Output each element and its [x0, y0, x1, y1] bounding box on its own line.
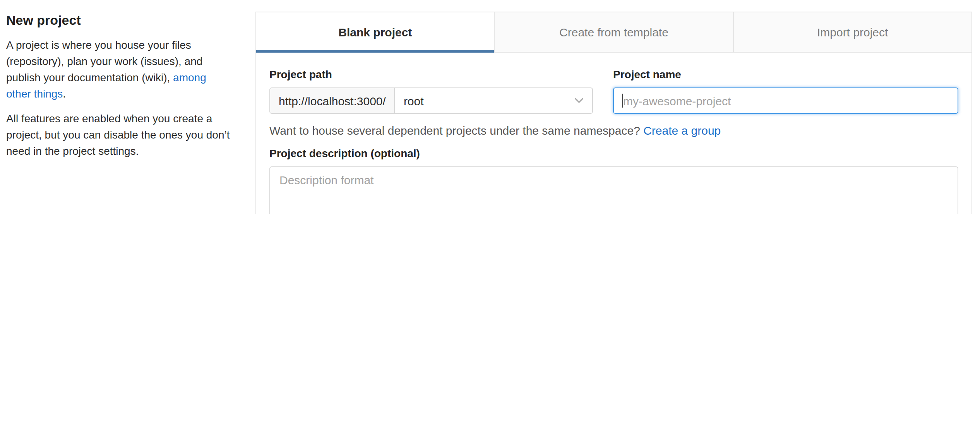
intro-text-period: .: [63, 87, 66, 100]
create-a-group-link[interactable]: Create a group: [643, 124, 721, 137]
tab-label: Create from template: [559, 26, 668, 39]
namespace-select[interactable]: root: [395, 88, 592, 113]
project-path-label: Project path: [269, 68, 593, 81]
page-title: New project: [6, 12, 231, 29]
new-project-panel: Blank project Create from template Impor…: [255, 12, 972, 214]
intro-paragraph: A project is where you house your files …: [6, 37, 231, 102]
project-description-label: Project description (optional): [269, 147, 958, 160]
project-name-input[interactable]: [613, 87, 958, 114]
features-note: All features are enabled when you create…: [6, 111, 231, 159]
chevron-down-icon: [574, 98, 584, 104]
tab-blank-project[interactable]: Blank project: [256, 12, 494, 52]
project-path-input-group: http://localhost:3000/ root: [269, 87, 593, 114]
tab-import-project[interactable]: Import project: [733, 12, 971, 52]
intro-column: New project A project is where you house…: [6, 8, 231, 168]
url-prefix-addon: http://localhost:3000/: [270, 88, 395, 113]
tab-label: Blank project: [338, 26, 412, 39]
blank-project-form: Project path http://localhost:3000/ root…: [256, 53, 971, 214]
helper-text: Want to house several dependent projects…: [269, 124, 643, 137]
project-description-textarea[interactable]: [269, 166, 958, 214]
new-project-page: New project A project is where you house…: [0, 0, 980, 214]
tab-label: Import project: [817, 26, 888, 39]
project-name-label: Project name: [613, 68, 958, 81]
text-caret: [622, 94, 623, 108]
namespace-helper-text: Want to house several dependent projects…: [269, 123, 958, 138]
project-name-field-wrap: [613, 87, 958, 114]
namespace-selected-value: root: [404, 94, 424, 107]
tab-bar: Blank project Create from template Impor…: [256, 12, 971, 53]
tab-create-from-template[interactable]: Create from template: [494, 12, 733, 52]
